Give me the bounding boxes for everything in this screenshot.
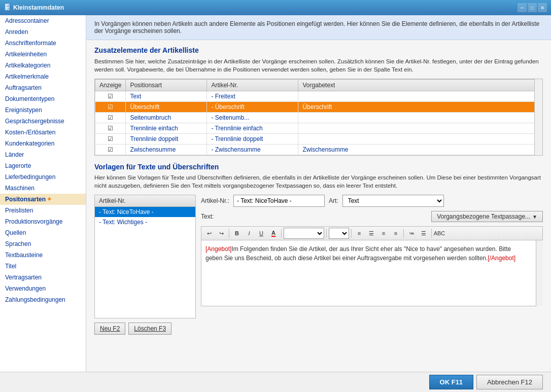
vorgangsbezogene-button[interactable]: Vorgangsbezogene Textpassage... ▼ <box>431 211 543 222</box>
sidebar-item-artikelkategorien[interactable]: Artikelkategorien <box>0 60 86 71</box>
sidebar-item-textbausteine[interactable]: Textbausteine <box>0 250 86 261</box>
positionsart-cell: Seitenumbruch <box>126 113 207 123</box>
sidebar-item-ereignistypen[interactable]: Ereignistypen <box>0 104 86 116</box>
toolbar-separator-6 <box>431 229 432 238</box>
list-header: Artikel-Nr. <box>94 195 196 207</box>
bullet-list-button[interactable]: ≔ <box>406 228 417 239</box>
zusatzelemente-table: Anzeige Positionsart Artikel-Nr. Vorgabe… <box>95 79 542 155</box>
artikel-nr-input[interactable] <box>233 195 325 207</box>
maximize-button[interactable]: □ <box>528 3 537 12</box>
bottom-bar: OK F11 Abbrechen F12 <box>0 372 551 392</box>
sidebar-item-maschinen[interactable]: Maschinen <box>0 183 86 194</box>
checkbox-icon: ☑ <box>108 114 113 121</box>
redo-button[interactable]: ↪ <box>216 228 227 239</box>
editor-wrapper: [Angebot]Im Folgenden finden Sie die Art… <box>201 240 543 306</box>
artikel-nr-label: Artikel-Nr.: <box>201 197 229 204</box>
sidebar-item-laender[interactable]: Länder <box>0 149 86 160</box>
sidebar-item-zahlungsbedingungen[interactable]: Zahlungsbedingungen <box>0 294 86 305</box>
sidebar-item-preislisten[interactable]: Preislisten <box>0 205 86 216</box>
underline-button[interactable]: U <box>256 228 267 239</box>
sidebar-item-artikeleinheiten[interactable]: Artikeleinheiten <box>0 49 86 60</box>
editor-toolbar: ↩ ↪ B I U A ≡ <box>201 226 543 240</box>
checkbox-icon: ☑ <box>108 103 113 111</box>
two-col-layout: Artikel-Nr. - Text: NiceToHave -- Text: … <box>94 195 543 335</box>
checkbox-cell[interactable]: ☑ <box>95 113 126 123</box>
sidebar: Adresscontainer Anreden Anschriftenforma… <box>0 15 86 392</box>
font-size-select[interactable] <box>329 228 349 239</box>
bold-button[interactable]: B <box>231 228 243 239</box>
sidebar-item-quellen[interactable]: Quellen <box>0 227 86 238</box>
col-artikel-nr: Artikel-Nr. <box>207 80 298 91</box>
sidebar-item-sprachen[interactable]: Sprachen <box>0 238 86 250</box>
artikel-nr-cell: - Zwischensumme <box>207 145 298 155</box>
justify-button[interactable]: ≡ <box>390 228 401 239</box>
sidebar-item-kundenkategorien[interactable]: Kundenkategorien <box>0 138 86 149</box>
cancel-button[interactable]: Abbrechen F12 <box>476 375 543 389</box>
sidebar-item-vertragsarten[interactable]: Vertragsarten <box>0 272 86 283</box>
positionsart-cell: Text <box>126 91 207 102</box>
vorlagen-desc: Hier können Sie Vorlagen für Texte und Ü… <box>94 173 543 190</box>
sidebar-item-lieferbedingungen[interactable]: Lieferbedingungen <box>0 171 86 183</box>
dropdown-icon: ▼ <box>532 214 537 220</box>
table-row[interactable]: ☑ Seitenumbruch - Seitenumb... <box>95 113 542 123</box>
sidebar-item-produktionsvorgaenge[interactable]: Produktionsvorgänge <box>0 216 86 227</box>
art-select[interactable]: Text Überschrift <box>342 195 444 207</box>
artikel-nr-cell: - Seitenumb... <box>207 113 298 123</box>
sidebar-item-kosten-erloesarten[interactable]: Kosten-/Erlösarten <box>0 127 86 138</box>
table-row[interactable]: ☑ Trennlinie doppelt - Trennlinie doppel… <box>95 134 542 145</box>
editor-text: [Angebot]Im Folgenden finden Sie die Art… <box>205 244 538 263</box>
checkbox-icon: ☑ <box>108 125 113 132</box>
undo-button[interactable]: ↩ <box>203 228 215 239</box>
sidebar-item-auftragsarten[interactable]: Auftragsarten <box>0 82 86 93</box>
vorgabetext-cell <box>298 91 542 102</box>
checkbox-cell[interactable]: ☑ <box>95 123 126 134</box>
sidebar-item-artikelmerkmale[interactable]: Artikelmerkmale <box>0 71 86 82</box>
table-row[interactable]: ☑ Überschrift - Überschrift Überschrift <box>95 102 542 113</box>
table-row[interactable]: ☑ Text - Freitext <box>95 91 542 102</box>
table-row[interactable]: ☑ Trennlinie einfach - Trennlinie einfac… <box>95 123 542 134</box>
italic-button[interactable]: I <box>244 228 255 239</box>
col-positionsart: Positionsart <box>126 80 207 91</box>
sidebar-item-verwendungen[interactable]: Verwendungen <box>0 283 86 294</box>
zusatzelemente-title: Zusatzelemente der Artikelliste <box>94 46 543 54</box>
checkbox-cell[interactable]: ☑ <box>95 102 126 113</box>
sidebar-item-adresscontainer[interactable]: Adresscontainer <box>0 15 86 26</box>
sidebar-item-dokumententypen[interactable]: Dokumententypen <box>0 93 86 104</box>
sidebar-item-anschriftenformate[interactable]: Anschriftenformate <box>0 38 86 49</box>
sidebar-item-positonsarten[interactable]: Positonsarten ✦ <box>0 194 86 205</box>
right-form: Artikel-Nr.: Art: Text Überschrift Text: <box>201 195 543 335</box>
checkbox-cell[interactable]: ☑ <box>95 145 126 155</box>
table-row[interactable]: ☑ Zwischensumme - Zwischensumme Zwischen… <box>95 145 542 155</box>
art-label: Art: <box>329 197 338 204</box>
font-select[interactable] <box>284 228 324 239</box>
form-row-text-label: Text: Vorgangsbezogene Textpassage... ▼ <box>201 211 543 222</box>
editor-area[interactable]: [Angebot]Im Folgenden finden Sie die Art… <box>201 240 543 306</box>
sidebar-item-titel[interactable]: Titel <box>0 261 86 272</box>
zusatzelemente-desc: Bestimmen Sie hier, welche Zusatzeinträg… <box>94 57 543 74</box>
numbered-list-button[interactable]: ☰ <box>418 228 429 239</box>
editor-scrollbar[interactable] <box>536 240 543 306</box>
title-bar: 🗄 Kleinstammdaten ─ □ ✕ <box>0 0 551 15</box>
spellcheck-button[interactable]: ABC <box>434 228 445 239</box>
delete-button[interactable]: Löschen F3 <box>128 323 171 335</box>
table-scrollbar[interactable] <box>534 79 542 155</box>
sidebar-item-gespraechsergebnisse[interactable]: Gesprächsergebnisse <box>0 116 86 127</box>
minimize-button[interactable]: ─ <box>518 3 527 12</box>
font-color-button[interactable]: A <box>268 228 279 239</box>
vorlagen-section: Vorlagen für Texte und Überschriften Hie… <box>94 163 543 335</box>
new-button[interactable]: Neu F2 <box>94 323 125 335</box>
app-icon: 🗄 <box>4 4 10 11</box>
list-item[interactable]: - Text: Wichtiges - <box>95 217 195 227</box>
positionsart-cell: Überschrift <box>126 102 207 113</box>
close-button[interactable]: ✕ <box>538 3 547 12</box>
checkbox-cell[interactable]: ☑ <box>95 134 126 145</box>
sidebar-item-lagerorte[interactable]: Lagerorte <box>0 160 86 171</box>
list-item[interactable]: - Text: NiceToHave - <box>95 207 195 217</box>
ok-button[interactable]: OK F11 <box>429 375 474 389</box>
align-right-button[interactable]: ≡ <box>378 228 389 239</box>
checkbox-cell[interactable]: ☑ <box>95 91 126 102</box>
toolbar-separator-4 <box>351 229 352 238</box>
align-left-button[interactable]: ≡ <box>354 228 365 239</box>
align-center-button[interactable]: ☰ <box>366 228 377 239</box>
sidebar-item-anreden[interactable]: Anreden <box>0 26 86 38</box>
